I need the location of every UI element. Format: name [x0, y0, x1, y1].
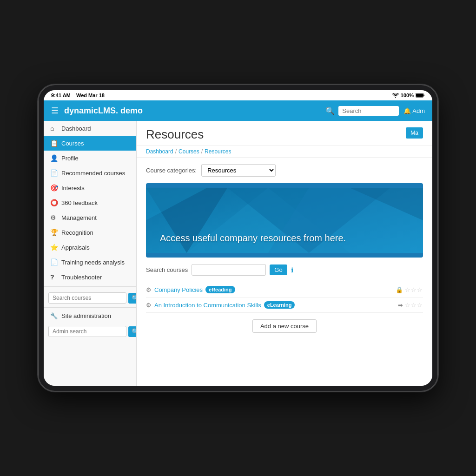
sidebar-divider-1 — [44, 286, 136, 287]
category-select[interactable]: Resources All categories My courses — [201, 164, 276, 177]
sidebar-item-interests[interactable]: 🎯 Interests — [44, 180, 136, 195]
status-time: 9:41 AM Wed Mar 18 — [51, 93, 105, 98]
sidebar-item-appraisals[interactable]: ⭐ Appraisals — [44, 240, 136, 255]
appraisals-icon: ⭐ — [50, 244, 58, 251]
management-icon: ⚙ — [50, 214, 58, 221]
header-notification[interactable]: 🔔 Adm — [403, 107, 425, 114]
main-layout: ⌂ Dashboard 📋 Courses 👤 Profile 📄 Recomm… — [44, 121, 432, 386]
content-header: Resources Ma — [137, 121, 432, 146]
sidebar: ⌂ Dashboard 📋 Courses 👤 Profile 📄 Recomm… — [44, 121, 137, 386]
content-area: Resources Ma Dashboard / Courses / Resou… — [137, 121, 432, 386]
search-courses-input[interactable] — [48, 292, 126, 304]
course-categories-row: Course categories: Resources All categor… — [137, 158, 432, 183]
training-icon: 📄 — [50, 258, 58, 266]
page-title: Resources — [146, 127, 204, 142]
recognition-icon: 🏆 — [50, 229, 58, 236]
interests-icon: 🎯 — [50, 184, 58, 192]
add-course-button[interactable]: Add a new course — [252, 319, 317, 333]
app-title: dynamicLMS. demo — [64, 106, 325, 116]
go-button[interactable]: Go — [270, 264, 287, 275]
sidebar-item-dashboard[interactable]: ⌂ Dashboard — [44, 121, 136, 136]
breadcrumb-dashboard[interactable]: Dashboard — [146, 148, 173, 155]
sidebar-item-profile[interactable]: 👤 Profile — [44, 151, 136, 165]
profile-icon: 👤 — [50, 154, 58, 162]
sidebar-item-recognition[interactable]: 🏆 Recognition — [44, 225, 136, 240]
battery-icon — [416, 93, 425, 98]
sidebar-divider-2 — [44, 307, 136, 308]
help-icon[interactable]: ℹ — [291, 266, 293, 274]
sidebar-item-courses[interactable]: 📋 Courses — [44, 136, 136, 151]
sidebar-item-troubleshooter[interactable]: ? Troubleshooter — [44, 270, 136, 284]
svg-rect-2 — [416, 94, 423, 97]
svg-rect-1 — [423, 95, 424, 96]
course-item-right-2: ➡ ☆☆☆ — [398, 302, 423, 309]
courses-icon: 📋 — [50, 139, 58, 147]
course-item: ⚙ Company Policies eReading 🔒 ☆☆☆ — [146, 282, 423, 298]
search-courses-row: 🔍 — [48, 292, 132, 304]
troubleshooter-icon: ? — [50, 273, 58, 281]
resources-banner: Access useful company resources from her… — [146, 183, 423, 258]
status-bar: 9:41 AM Wed Mar 18 100% — [44, 90, 432, 100]
search-courses-content-label: Search courses — [146, 266, 188, 273]
header-search-icon[interactable]: 🔍 — [325, 106, 335, 115]
search-courses-content-row: Search courses Go ℹ — [137, 258, 432, 282]
course-link-company-policies[interactable]: Company Policies — [154, 286, 203, 293]
manage-button[interactable]: Ma — [406, 127, 423, 139]
feedback-icon: ⭕ — [50, 199, 58, 206]
course-categories-label: Course categories: — [146, 167, 197, 174]
breadcrumb-courses[interactable]: Courses — [178, 148, 199, 155]
breadcrumb-resources[interactable]: Resources — [205, 148, 231, 155]
course-stars-2: ☆☆☆ — [405, 302, 423, 309]
search-courses-content-input[interactable] — [192, 264, 266, 276]
sidebar-item-360feedback[interactable]: ⭕ 360 feedback — [44, 195, 136, 210]
admin-search-row: 🔍 — [48, 326, 132, 337]
sidebar-item-recommended[interactable]: 📄 Recommended courses — [44, 165, 136, 180]
search-courses-button[interactable]: 🔍 — [128, 293, 137, 304]
course-list: ⚙ Company Policies eReading 🔒 ☆☆☆ ⚙ An I… — [137, 282, 432, 313]
course-item: ⚙ An Introduction to Communication Skill… — [146, 298, 423, 313]
sidebar-item-management[interactable]: ⚙ Management — [44, 210, 136, 225]
banner-svg — [146, 183, 423, 258]
breadcrumb: Dashboard / Courses / Resources — [137, 146, 432, 158]
admin-icon: 🔧 — [50, 312, 58, 319]
course-badge-ereading: eReading — [205, 286, 235, 293]
admin-search-input[interactable] — [48, 326, 126, 337]
sidebar-item-training[interactable]: 📄 Training needs analysis — [44, 255, 136, 270]
enroll-icon: ➡ — [398, 302, 403, 309]
battery-label: 100% — [401, 93, 414, 98]
course-settings-icon: ⚙ — [146, 286, 152, 293]
app-header: ☰ dynamicLMS. demo 🔍 🔔 Adm — [44, 100, 432, 121]
add-course-row: Add a new course — [137, 313, 432, 339]
status-indicators: 100% — [392, 93, 425, 98]
course-badge-elearning: eLearning — [264, 301, 295, 309]
dashboard-icon: ⌂ — [50, 125, 58, 132]
hamburger-icon[interactable]: ☰ — [51, 106, 59, 116]
course-link-communication[interactable]: An Introduction to Communication Skills — [154, 302, 261, 309]
admin-search-button[interactable]: 🔍 — [128, 326, 137, 337]
banner-text: Access useful company resources from her… — [160, 233, 346, 244]
sidebar-item-admin[interactable]: 🔧 Site administration — [44, 310, 136, 322]
lock-icon: 🔒 — [396, 286, 403, 293]
course-item-right: 🔒 ☆☆☆ — [396, 286, 423, 293]
course-stars: ☆☆☆ — [405, 286, 423, 293]
course-settings-icon-2: ⚙ — [146, 302, 152, 309]
recommended-icon: 📄 — [50, 169, 58, 177]
header-search-input[interactable] — [338, 106, 399, 116]
wifi-icon — [392, 93, 399, 98]
